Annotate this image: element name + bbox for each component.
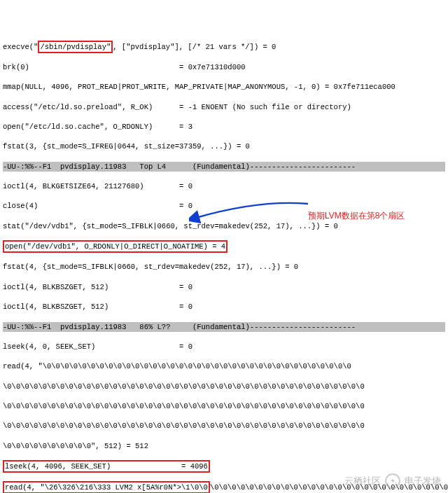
highlight-read-lvm: read(4, "\26\326\216\333 LVM2 x[5A%r0N*>…	[3, 481, 210, 493]
trace-line: open("/etc/ld.so.cache", O_RDONLY) = 3	[3, 122, 445, 132]
trace-line: open("/dev/vdb1", O_RDONLY|O_DIRECT|O_NO…	[3, 241, 445, 252]
trace-line: \0\0\0\0\0\0\0\0\0\0", 512) = 512	[3, 441, 445, 451]
trace-line: lseek(4, 0, SEEK_SET) = 0	[3, 342, 445, 352]
watermark: 云栖社区 ✦ 电子发烧	[344, 473, 441, 489]
trace-line: \0\0\0\0\0\0\0\0\0\0\0\0\0\0\0\0\0\0\0\0…	[3, 401, 445, 411]
trace-line: fstat(4, {st_mode=S_IFBLK|0660, st_rdev=…	[3, 262, 445, 272]
trace-line: lseek(4, 4096, SEEK_SET) = 4096	[3, 461, 445, 472]
watermark-text: 云栖社区	[344, 475, 381, 487]
trace-line: access("/etc/ld.so.preload", R_OK) = -1 …	[3, 102, 445, 112]
trace-line: brk(0) = 0x7e71310d000	[3, 62, 445, 72]
annotation-text: 预期LVM数据在第8个扇区	[308, 210, 405, 221]
trace-line: fstat(3, {st_mode=S_IFREG|0644, st_size=…	[3, 141, 445, 151]
trace-line: stat("/dev/vdb1", {st_mode=S_IFBLK|0660,…	[3, 221, 445, 231]
trace-line: execve("/sbin/pvdisplay", ["pvdisplay"],…	[3, 41, 445, 53]
highlight-open-call: open("/dev/vdb1", O_RDONLY|O_DIRECT|O_NO…	[3, 240, 227, 253]
trace-line: ioctl(4, BLKGETSIZE64, 21127680) = 0	[3, 181, 445, 191]
highlight-lseek: lseek(4, 4096, SEEK_SET) = 4096	[3, 460, 210, 473]
editor-status-bar: -UU-:%%--F1 pvdisplay.11983 86% L?? (Fun…	[3, 322, 445, 332]
trace-line: ioctl(4, BLKBSZGET, 512) = 0	[3, 302, 445, 312]
watermark-logo-icon: ✦	[385, 473, 400, 489]
editor-status-bar: -UU-:%%--F1 pvdisplay.11983 Top L4 (Fund…	[3, 162, 445, 172]
trace-line: \0\0\0\0\0\0\0\0\0\0\0\0\0\0\0\0\0\0\0\0…	[3, 382, 445, 391]
trace-line: \0\0\0\0\0\0\0\0\0\0\0\0\0\0\0\0\0\0\0\0…	[3, 421, 445, 431]
watermark-text: 电子发烧	[405, 475, 441, 487]
highlight-path: /sbin/pvdisplay"	[38, 41, 113, 53]
trace-line: read(4, "\0\0\0\0\0\0\0\0\0\0\0\0\0\0\0\…	[3, 361, 445, 371]
trace-line: ioctl(4, BLKBSZGET, 512) = 0	[3, 282, 445, 292]
trace-line: mmap(NULL, 4096, PROT_READ|PROT_WRITE, M…	[3, 82, 445, 92]
